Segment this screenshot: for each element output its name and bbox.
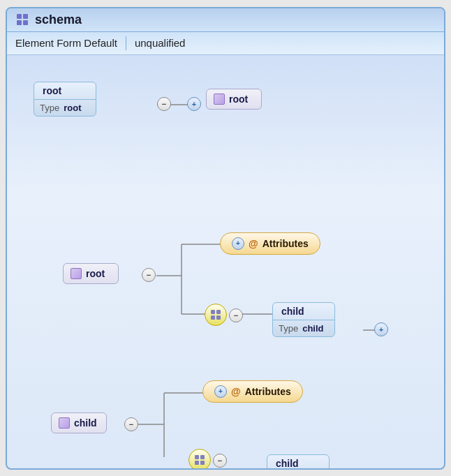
child-type-box2: child Type child <box>267 454 330 470</box>
root-left-element-icon <box>71 268 82 279</box>
child-type-name1: child <box>273 303 334 320</box>
attributes1-box: + @ Attributes <box>220 232 320 255</box>
root-left-minus-icon[interactable]: − <box>142 268 156 282</box>
root-element-node: root <box>206 89 262 110</box>
seq-icon2 <box>188 449 211 470</box>
grid-icon <box>15 13 29 27</box>
svg-rect-17 <box>211 310 215 314</box>
svg-rect-0 <box>17 14 22 19</box>
svg-rect-24 <box>200 461 205 465</box>
child-left-element-label: child <box>74 417 97 429</box>
child-type-node1: child Type child <box>272 302 335 337</box>
svg-rect-18 <box>216 310 221 314</box>
attributes1-node: + @ Attributes <box>220 232 320 255</box>
child-type-node2: child Type child <box>267 454 330 470</box>
svg-rect-3 <box>23 20 28 25</box>
root-element-plus-btn[interactable]: + <box>187 97 201 111</box>
child-type-label1: Type <box>279 323 298 334</box>
child-type-value1: child <box>302 323 323 334</box>
seq2-minus-btn[interactable]: − <box>213 454 227 468</box>
svg-rect-19 <box>211 315 215 320</box>
child-left-element-icon <box>59 417 70 429</box>
at-icon1: @ <box>249 238 258 249</box>
type-root-value: root <box>64 103 81 113</box>
attributes1-label: Attributes <box>263 238 309 249</box>
attributes1-plus-btn[interactable]: + <box>232 237 244 250</box>
type-root-box: root Type root <box>34 82 96 117</box>
svg-rect-23 <box>195 461 199 465</box>
minus-icon[interactable]: − <box>157 97 171 111</box>
child-element-left-node: child <box>51 412 107 433</box>
seq2-minus-icon[interactable]: − <box>213 454 227 468</box>
root-element-icon <box>214 94 225 105</box>
svg-rect-22 <box>200 455 205 459</box>
child-type-row1: Type child <box>273 320 334 336</box>
attributes2-node: + @ Attributes <box>202 380 303 403</box>
type-root-label: Type <box>40 103 59 113</box>
attributes2-label: Attributes <box>245 386 291 397</box>
svg-rect-20 <box>216 315 221 320</box>
root-left-element-label: root <box>86 268 105 279</box>
child-element-left-box: child <box>51 412 107 433</box>
seq-circle2 <box>188 449 211 470</box>
root-element-left-node: root <box>63 263 119 284</box>
child-type-box1: child Type child <box>272 302 335 337</box>
child-type1-plus-icon[interactable]: + <box>374 322 388 336</box>
subheader: Element Form Default unqualified <box>7 32 444 55</box>
child-type-name2: child <box>267 455 329 470</box>
root-type-minus-btn[interactable]: − <box>157 97 171 111</box>
subheader-divider <box>126 36 126 50</box>
diagram: root Type root − + root <box>21 66 433 457</box>
child-left-minus-icon[interactable]: − <box>124 417 138 431</box>
content-area: root Type root − + root <box>7 55 444 468</box>
type-root-node: root Type root <box>34 82 96 117</box>
seq1-minus-icon[interactable]: − <box>229 308 243 322</box>
element-form-default-label: Element Form Default <box>15 37 117 49</box>
child-left-minus-btn[interactable]: − <box>124 417 138 431</box>
main-container: schema Element Form Default unqualified <box>6 7 445 470</box>
header-title: schema <box>35 13 82 27</box>
svg-rect-1 <box>23 14 28 19</box>
type-root-type-row: Type root <box>34 100 96 116</box>
attributes2-plus-btn[interactable]: + <box>214 385 227 398</box>
root-left-minus-btn[interactable]: − <box>142 268 156 282</box>
svg-rect-2 <box>17 20 22 25</box>
attributes2-box: + @ Attributes <box>202 380 303 403</box>
svg-rect-21 <box>195 455 199 459</box>
seq-circle1 <box>205 304 227 326</box>
seq1-minus-btn[interactable]: − <box>229 308 243 322</box>
root-element-left-box: root <box>63 263 119 284</box>
root-element-box: root <box>206 89 262 110</box>
type-root-name: root <box>34 82 96 100</box>
element-form-default-value: unqualified <box>135 37 186 49</box>
seq-icon1 <box>205 304 227 326</box>
plus-icon[interactable]: + <box>187 97 201 111</box>
child-type1-plus-btn[interactable]: + <box>374 322 388 336</box>
at-icon2: @ <box>231 386 241 397</box>
header: schema <box>7 8 444 32</box>
root-element-label: root <box>229 94 248 105</box>
